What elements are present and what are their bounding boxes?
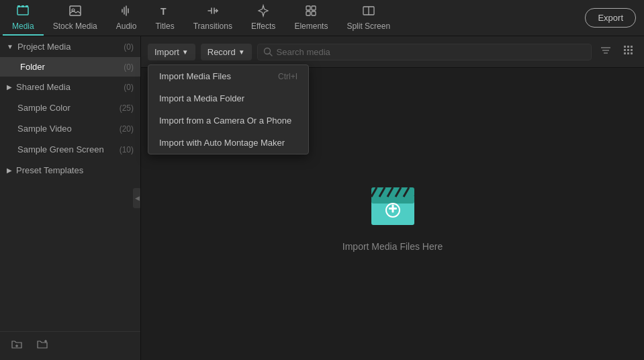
dropdown-label-import-files: Import Media Files [159, 71, 231, 81]
svg-rect-9 [306, 11, 310, 15]
svg-line-17 [269, 54, 272, 56]
dropdown-label-import-camera: Import from a Camera Or a Phone [159, 116, 291, 126]
search-icon [263, 47, 273, 56]
transitions-icon [206, 4, 220, 19]
svg-text:T: T [160, 6, 167, 17]
nav-label-media: Media [12, 21, 34, 31]
top-nav: Media Stock Media Audio T Titles [0, 0, 644, 36]
sidebar-label-folder: Folder [20, 62, 124, 72]
content-toolbar: Import ▼ Record ▼ [141, 36, 644, 68]
svg-rect-24 [624, 49, 626, 51]
sidebar-item-sample-video[interactable]: Sample Video (20) [0, 118, 140, 139]
sidebar-item-project-media[interactable]: ▼ Project Media (0) [0, 36, 140, 57]
nav-item-elements[interactable]: Elements [285, 0, 337, 36]
sidebar-count-sample-video: (20) [120, 124, 134, 134]
svg-rect-8 [312, 6, 316, 10]
sidebar-label-preset: Preset Templates [16, 165, 134, 175]
sidebar-count-folder: (0) [124, 62, 134, 72]
nav-label-transitions: Transitions [193, 21, 232, 31]
svg-rect-26 [631, 49, 633, 51]
nav-item-transitions[interactable]: Transitions [184, 0, 242, 36]
svg-rect-28 [627, 52, 629, 54]
export-button[interactable]: Export [585, 8, 636, 28]
sidebar-count-shared: (0) [124, 83, 134, 92]
svg-rect-4 [70, 6, 81, 15]
svg-rect-3 [26, 5, 28, 7]
nav-label-effects: Effects [251, 21, 275, 31]
sidebar-label-sample-green: Sample Green Screen [17, 144, 120, 154]
dropdown-label-import-folder: Import a Media Folder [159, 93, 244, 103]
dropdown-item-import-folder[interactable]: Import a Media Folder [148, 87, 308, 109]
nav-item-audio[interactable]: Audio [107, 0, 146, 36]
sidebar-count-project-media: (0) [124, 42, 134, 52]
nav-item-stock-media[interactable]: Stock Media [44, 0, 107, 36]
nav-item-split-screen[interactable]: Split Screen [337, 0, 400, 36]
effects-icon [257, 4, 270, 19]
sidebar-bottom [0, 331, 140, 360]
svg-rect-21 [624, 46, 626, 48]
sidebar-label-sample-video: Sample Video [17, 124, 120, 134]
sidebar-item-folder[interactable]: Folder (0) [0, 57, 140, 77]
sidebar-label-sample-color: Sample Color [17, 103, 120, 113]
titles-icon: T [158, 4, 172, 19]
search-bar [257, 44, 592, 60]
import-hint-text: Import Media Files Here [342, 241, 443, 252]
nav-item-effects[interactable]: Effects [242, 0, 285, 36]
nav-item-titles[interactable]: T Titles [146, 0, 183, 36]
svg-rect-10 [312, 11, 316, 15]
grid-view-button[interactable] [620, 42, 637, 62]
svg-rect-25 [627, 49, 629, 51]
stock-media-icon [68, 4, 82, 19]
media-icon [16, 4, 30, 19]
nav-item-media[interactable]: Media [3, 0, 44, 36]
svg-rect-2 [21, 5, 24, 7]
dropdown-item-import-files[interactable]: Import Media Files Ctrl+I [148, 65, 308, 87]
import-label: Import [154, 47, 179, 57]
svg-rect-1 [17, 5, 20, 7]
nav-label-split: Split Screen [347, 21, 390, 31]
main-layout: ▼ Project Media (0) Folder (0) ▶ Shared … [0, 36, 644, 360]
record-chevron-icon: ▼ [238, 48, 245, 56]
sidebar-item-sample-green[interactable]: Sample Green Screen (10) [0, 139, 140, 160]
clapper-icon [366, 177, 420, 230]
svg-rect-27 [624, 52, 626, 54]
sidebar-count-sample-green: (10) [120, 145, 134, 154]
import-dropdown-menu: Import Media Files Ctrl+I Import a Media… [148, 64, 309, 154]
record-label: Record [208, 47, 236, 57]
elements-icon [304, 4, 318, 19]
svg-rect-0 [17, 7, 28, 15]
split-screen-icon [362, 4, 375, 19]
nav-label-titles: Titles [155, 21, 174, 31]
svg-rect-22 [627, 46, 629, 48]
record-button[interactable]: Record ▼ [201, 44, 252, 60]
dropdown-item-import-camera[interactable]: Import from a Camera Or a Phone [148, 109, 308, 132]
expand-arrow-project: ▼ [7, 43, 13, 50]
content-area: Import ▼ Record ▼ [141, 36, 644, 360]
sidebar-item-shared-media[interactable]: ▶ Shared Media (0) [0, 77, 140, 97]
expand-arrow-shared: ▶ [7, 83, 12, 91]
import-chevron-icon: ▼ [182, 48, 189, 56]
svg-rect-7 [306, 6, 310, 10]
expand-arrow-preset: ▶ [7, 167, 12, 174]
dropdown-label-import-montage: Import with Auto Montage Maker [159, 138, 285, 148]
svg-rect-23 [631, 46, 633, 48]
nav-label-audio: Audio [116, 21, 137, 31]
search-input[interactable] [277, 47, 586, 57]
filter-button[interactable] [597, 42, 614, 62]
collapse-handle[interactable]: ◀ [133, 188, 141, 208]
new-folder-button[interactable] [7, 337, 27, 355]
nav-label-stock: Stock Media [53, 21, 97, 31]
sidebar: ▼ Project Media (0) Folder (0) ▶ Shared … [0, 36, 141, 360]
sidebar-item-preset-templates[interactable]: ▶ Preset Templates [0, 160, 140, 181]
nav-label-elements: Elements [294, 21, 328, 31]
import-button[interactable]: Import ▼ [148, 44, 195, 60]
sidebar-count-sample-color: (25) [120, 103, 134, 113]
svg-rect-40 [392, 204, 394, 212]
audio-icon [120, 4, 133, 19]
svg-rect-29 [631, 52, 633, 54]
sidebar-item-sample-color[interactable]: Sample Color (25) [0, 97, 140, 118]
add-media-button[interactable] [32, 337, 52, 355]
dropdown-item-import-montage[interactable]: Import with Auto Montage Maker [148, 132, 308, 154]
sidebar-label-project-media: Project Media [17, 42, 124, 52]
dropdown-shortcut-import-files: Ctrl+I [278, 72, 297, 81]
